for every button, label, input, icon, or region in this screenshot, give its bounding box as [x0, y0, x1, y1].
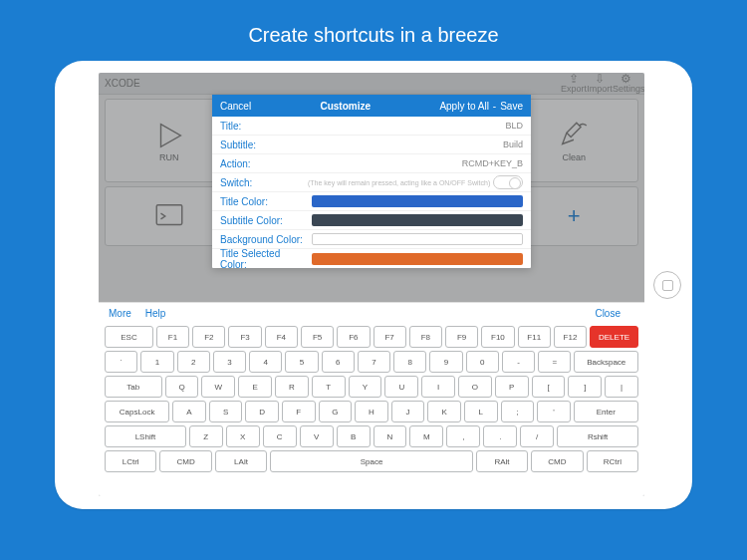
key-[interactable]: .	[483, 425, 517, 447]
key-m[interactable]: M	[409, 425, 443, 447]
key-1[interactable]: 1	[140, 351, 173, 373]
key-k[interactable]: K	[427, 401, 461, 422]
key-h[interactable]: H	[355, 401, 388, 422]
apply-all-button[interactable]: Apply to All	[439, 101, 488, 112]
subtitle-label: Subtitle:	[220, 140, 308, 150]
key-o[interactable]: O	[458, 376, 492, 398]
title-color-label: Title Color:	[220, 196, 308, 207]
action-label: Action:	[220, 158, 308, 169]
keyboard-panel: More Help Close ESCF1F2F3F4F5F6F7F8F9F10…	[99, 302, 644, 496]
key-v[interactable]: V	[300, 425, 334, 447]
key-lctrl[interactable]: LCtrl	[105, 450, 156, 472]
key-7[interactable]: 7	[358, 351, 390, 373]
key-b[interactable]: B	[337, 425, 371, 447]
key-f3[interactable]: F3	[228, 326, 261, 348]
subtitle-value[interactable]: Build	[308, 140, 523, 149]
modal-title: Customize	[251, 101, 439, 112]
key-ralt[interactable]: RAlt	[476, 450, 528, 472]
title-value[interactable]: BLD	[308, 121, 523, 131]
key-[interactable]: ;	[501, 401, 535, 422]
page-title: Create shortcuts in a breeze	[0, 0, 747, 61]
key-9[interactable]: 9	[429, 351, 462, 373]
key-cmd[interactable]: CMD	[531, 450, 583, 472]
key-rshift[interactable]: Rshift	[557, 425, 638, 447]
key-[interactable]: ,	[446, 425, 480, 447]
key-p[interactable]: P	[495, 376, 529, 398]
key-s[interactable]: S	[209, 401, 243, 422]
key-[interactable]: ]	[568, 376, 602, 398]
key-f9[interactable]: F9	[445, 326, 478, 348]
key-f6[interactable]: F6	[337, 326, 370, 348]
key-f7[interactable]: F7	[374, 326, 406, 348]
action-value[interactable]: RCMD+KEY_B	[308, 158, 523, 168]
key-3[interactable]: 3	[213, 351, 246, 373]
key-[interactable]: [	[532, 376, 566, 398]
key-e[interactable]: E	[238, 376, 272, 398]
key-cmd[interactable]: CMD	[159, 450, 211, 472]
key-r[interactable]: R	[275, 376, 309, 398]
key-j[interactable]: J	[391, 401, 425, 422]
key-n[interactable]: N	[374, 425, 407, 447]
key-u[interactable]: U	[384, 376, 418, 398]
key-f[interactable]: F	[282, 401, 316, 422]
key-t[interactable]: T	[312, 376, 346, 398]
subtitle-color-label: Subtitle Color:	[220, 215, 308, 226]
switch-label: Switch:	[220, 177, 308, 188]
key-lalt[interactable]: LAlt	[215, 450, 267, 472]
subtitle-color-swatch[interactable]	[312, 214, 523, 226]
key-[interactable]: |	[605, 376, 638, 398]
key-i[interactable]: I	[421, 376, 455, 398]
title-color-swatch[interactable]	[312, 195, 523, 207]
key-8[interactable]: 8	[393, 351, 426, 373]
switch-hint: (The key will remain pressed, acting lik…	[308, 179, 493, 186]
key-z[interactable]: Z	[189, 425, 223, 447]
key-tab[interactable]: Tab	[105, 376, 162, 398]
key-[interactable]: -	[502, 351, 535, 373]
key-delete[interactable]: DELETE	[590, 326, 638, 348]
cancel-button[interactable]: Cancel	[220, 101, 251, 112]
save-button[interactable]: Save	[500, 101, 523, 112]
key-2[interactable]: 2	[177, 351, 210, 373]
key-f2[interactable]: F2	[192, 326, 225, 348]
key-[interactable]: '	[537, 401, 571, 422]
key-f4[interactable]: F4	[265, 326, 298, 348]
key-rctrl[interactable]: RCtrl	[587, 450, 638, 472]
switch-toggle[interactable]	[493, 175, 523, 189]
key-l[interactable]: L	[464, 401, 498, 422]
key-[interactable]: /	[520, 425, 554, 447]
key-y[interactable]: Y	[349, 376, 382, 398]
key-q[interactable]: Q	[165, 376, 199, 398]
key-esc[interactable]: ESC	[105, 326, 153, 348]
key-f5[interactable]: F5	[301, 326, 334, 348]
key-backspace[interactable]: Backspace	[574, 351, 638, 373]
key-5[interactable]: 5	[285, 351, 318, 373]
key-f1[interactable]: F1	[156, 326, 189, 348]
help-button[interactable]: Help	[145, 308, 166, 319]
screen: XCODE ⇪Export ⇩Import ⚙Settings RUN Clea…	[99, 73, 644, 496]
key-a[interactable]: A	[172, 401, 206, 422]
key-x[interactable]: X	[226, 425, 260, 447]
home-button[interactable]	[653, 271, 681, 299]
key-w[interactable]: W	[201, 376, 235, 398]
key-f8[interactable]: F8	[409, 326, 442, 348]
key-c[interactable]: C	[263, 425, 297, 447]
key-lshift[interactable]: LShift	[105, 425, 186, 447]
more-button[interactable]: More	[109, 308, 131, 319]
key-6[interactable]: 6	[322, 351, 355, 373]
key-[interactable]: `	[105, 351, 137, 373]
close-button[interactable]: Close	[595, 308, 621, 319]
key-d[interactable]: D	[245, 401, 279, 422]
key-enter[interactable]: Enter	[574, 401, 638, 422]
title-sel-color-swatch[interactable]	[312, 253, 523, 265]
key-f12[interactable]: F12	[554, 326, 587, 348]
key-f11[interactable]: F11	[518, 326, 551, 348]
keyboard: ESCF1F2F3F4F5F6F7F8F9F10F11F12DELETE `12…	[99, 323, 644, 478]
key-4[interactable]: 4	[249, 351, 282, 373]
key-f10[interactable]: F10	[481, 326, 514, 348]
key-space[interactable]: Space	[270, 450, 473, 472]
key-capslock[interactable]: CapsLock	[105, 401, 169, 422]
key-g[interactable]: G	[319, 401, 353, 422]
bg-color-swatch[interactable]	[312, 233, 523, 245]
key-[interactable]: =	[538, 351, 571, 373]
key-0[interactable]: 0	[466, 351, 499, 373]
